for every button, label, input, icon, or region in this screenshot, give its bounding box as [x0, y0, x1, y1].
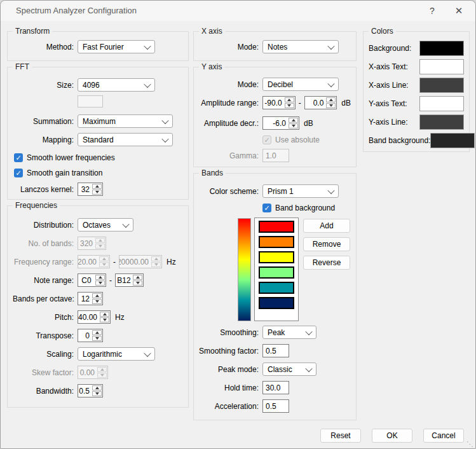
band-color-swatch[interactable] [259, 266, 294, 279]
spin-up-button[interactable] [92, 184, 102, 189]
note-max-spinner[interactable]: B12 [115, 273, 144, 287]
smooth-lower-checkbox[interactable]: Smooth lower frequencies [14, 153, 183, 163]
amplitude-range-row: Amplitude range: -90.0 - 0.0 dB [199, 96, 351, 109]
mapping-select[interactable]: Standard [78, 133, 173, 146]
skew-factor-row: Skew factor: 0.00 [13, 366, 183, 379]
band-background-checkbox[interactable]: Band background [262, 203, 335, 213]
color-row-label: Band background: [369, 136, 430, 145]
smoothing-select[interactable]: Peak [262, 326, 316, 339]
remove-button[interactable]: Remove [303, 237, 350, 251]
color-swatch[interactable] [419, 78, 464, 93]
group-fft: FFT Size: 4096 Summation: Maximum Mappin… [7, 67, 189, 200]
fft-size-row: Size: 4096 [13, 78, 183, 92]
arrow-down-icon [95, 392, 99, 395]
band-color-list[interactable] [254, 218, 299, 321]
y-mode-select[interactable]: Decibel [262, 78, 339, 91]
spin-down-button[interactable] [95, 280, 105, 286]
note-min-spinner[interactable]: C0 [78, 273, 106, 287]
amplitude-min-spinner[interactable]: -90.0 [262, 96, 296, 109]
bands-per-octave-spinner[interactable]: 12 [78, 292, 103, 305]
peak-mode-label: Peak mode: [199, 365, 259, 374]
smooth-gain-checkbox[interactable]: Smooth gain transition [14, 168, 183, 178]
spin-up-button[interactable] [95, 275, 105, 280]
reset-button[interactable]: Reset [320, 429, 361, 443]
resize-grip[interactable]: ⋱ [466, 441, 473, 448]
hold-time-input[interactable]: 30.0 [262, 381, 289, 394]
close-button[interactable]: ✕ [449, 2, 469, 20]
spin-down-button[interactable] [92, 391, 102, 396]
spin-down-button[interactable] [326, 103, 336, 108]
frequency-unit: Hz [167, 258, 176, 266]
spin-down-button[interactable] [92, 336, 102, 341]
summation-select[interactable]: Maximum [78, 114, 173, 128]
spin-down-button[interactable] [92, 299, 102, 304]
spin-up-button[interactable] [326, 97, 336, 102]
group-transform: Transform Method: Fast Fourier [7, 31, 189, 61]
color-scheme-select[interactable]: Prism 1 [262, 184, 339, 198]
skew-factor-value: 0.00 [78, 366, 97, 378]
method-select[interactable]: Fast Fourier [78, 40, 155, 53]
reverse-button[interactable]: Reverse [303, 256, 350, 270]
peak-mode-select[interactable]: Classic [262, 363, 316, 376]
help-button[interactable]: ? [422, 2, 442, 20]
arrow-down-icon [329, 104, 333, 107]
spin-up-button[interactable] [285, 97, 294, 102]
peak-mode-value: Classic [268, 365, 292, 374]
fft-size-select[interactable]: 4096 [78, 78, 155, 92]
color-swatch[interactable] [430, 133, 475, 148]
scaling-select[interactable]: Logarithmic [78, 347, 155, 361]
close-icon: ✕ [455, 5, 463, 17]
spin-down-button[interactable] [289, 123, 298, 128]
distribution-value: Octaves [83, 221, 111, 230]
arrow-up-icon [292, 119, 296, 121]
color-swatch[interactable] [419, 96, 464, 111]
color-row: Y-axis Line: [369, 114, 464, 130]
add-button[interactable]: Add [303, 219, 350, 233]
amplitude-max-spinner[interactable]: 0.0 [304, 96, 337, 109]
ok-button[interactable]: OK [372, 429, 412, 443]
color-row: Y-axis Text: [369, 96, 464, 111]
spin-down-button[interactable] [92, 190, 102, 195]
lanczos-spinner[interactable]: 32 [78, 183, 103, 196]
spin-down-button[interactable] [285, 103, 294, 108]
spin-down-button[interactable] [100, 317, 109, 322]
acceleration-input[interactable]: 0.5 [262, 399, 289, 413]
gradient-strip [238, 218, 251, 321]
smoothing-factor-input[interactable]: 0.5 [262, 344, 289, 357]
mapping-value: Standard [83, 135, 114, 144]
x-mode-select[interactable]: Notes [262, 40, 339, 53]
pitch-spinner[interactable]: 440.00 [78, 310, 111, 324]
band-background-row: Band background [199, 203, 351, 213]
amplitude-decr-spinner[interactable]: -6.0 [262, 116, 299, 130]
frequency-max-value: 20000.00 [119, 256, 151, 268]
band-color-swatch[interactable] [259, 251, 294, 263]
distribution-select[interactable]: Octaves [78, 218, 133, 231]
band-color-swatch[interactable] [259, 297, 294, 309]
checkbox-checked-icon [14, 169, 23, 177]
arrow-up-icon [103, 313, 107, 315]
range-separator: - [109, 276, 112, 285]
band-color-swatch[interactable] [259, 221, 294, 233]
color-swatch[interactable] [419, 59, 464, 74]
color-swatch[interactable] [419, 114, 464, 130]
cancel-button[interactable]: Cancel [423, 429, 464, 443]
color-swatch[interactable] [419, 41, 464, 56]
bandwidth-spinner[interactable]: 0.5 [78, 384, 103, 397]
spin-up-button[interactable] [92, 330, 102, 335]
transpose-label: Transpose: [13, 331, 74, 340]
band-color-swatch[interactable] [259, 236, 294, 248]
transpose-spinner[interactable]: 0 [78, 329, 103, 342]
frequency-range-label: Frequency range: [13, 258, 74, 266]
x-mode-value: Notes [268, 43, 287, 52]
spin-down-button[interactable] [133, 280, 142, 286]
spin-up-button[interactable] [92, 293, 102, 298]
arrow-up-icon [95, 387, 99, 389]
spin-up-button[interactable] [100, 312, 109, 317]
band-color-swatch[interactable] [259, 282, 294, 294]
spin-up-button[interactable] [92, 385, 102, 390]
chevron-down-icon [327, 186, 334, 193]
spin-up-button[interactable] [289, 118, 298, 123]
spin-up-button[interactable] [133, 275, 142, 280]
scaling-value: Logarithmic [83, 350, 122, 359]
arrow-down-icon [103, 319, 107, 321]
